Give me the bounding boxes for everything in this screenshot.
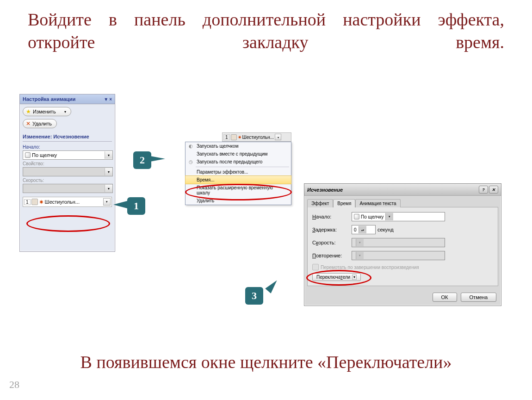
chevron-down-icon[interactable]: ▾ — [103, 198, 111, 206]
menu-item-show-timeline[interactable]: Показать расширенную временную шкалу — [186, 184, 291, 197]
repeat-combo: ▾ — [352, 251, 445, 260]
delete-button[interactable]: ✕Удалить — [23, 119, 57, 128]
delay-spin[interactable]: 0▴▾ — [352, 225, 376, 234]
pane-titlebar: Настройка анимации ▼ × — [20, 94, 115, 104]
menu-item-timing[interactable]: Время... — [185, 175, 291, 184]
click-icon — [31, 199, 38, 205]
chevron-down-icon[interactable]: ▼ — [104, 97, 108, 102]
instruction-title: Войдите в панель дополнительной настройк… — [28, 8, 504, 54]
delay-unit: секунд — [377, 227, 394, 232]
ok-button[interactable]: ОК — [433, 293, 457, 302]
item-name: Шестиугольн... — [45, 199, 103, 205]
delete-icon: ✕ — [26, 120, 31, 127]
item-number: 1 — [24, 199, 31, 205]
tab-text-animation[interactable]: Анимация текста — [355, 199, 400, 207]
chevron-down-icon: ▾ — [105, 168, 112, 175]
spinner-icon[interactable]: ▴▾ — [359, 226, 366, 233]
context-header-item[interactable]: 1 ✷ Шестиугольн... ▾ — [222, 132, 291, 142]
property-select: ▾ — [23, 167, 113, 176]
start-label: Начало: — [23, 144, 112, 150]
section-header: Изменение: Исчезновение — [23, 134, 112, 140]
page-number: 28 — [9, 379, 19, 391]
triggers-button[interactable]: Переключатели▾ — [312, 273, 361, 281]
timing-dialog: Исчезновение ? ✕ Эффект Время Анимация т… — [304, 183, 501, 306]
chevron-down-icon: ▾ — [356, 239, 364, 246]
menu-item-start-with[interactable]: Запускать вместе с предыдущим — [186, 150, 291, 158]
dialog-titlebar: Исчезновение ? ✕ — [304, 184, 501, 196]
change-button[interactable]: ★Изменить▾ — [23, 107, 71, 116]
click-icon: ◐ — [187, 144, 194, 149]
menu-item-start-onclick[interactable]: ◐Запускать щелчком — [186, 142, 291, 150]
menu-item-start-after[interactable]: ◷Запускать после предыдущего — [186, 158, 291, 166]
chevron-down-icon: ▾ — [105, 151, 112, 159]
tab-time[interactable]: Время — [333, 199, 355, 207]
chevron-down-icon: ▾ — [385, 213, 393, 220]
dialog-title: Исчезновение — [307, 187, 343, 193]
clock-icon: ◷ — [187, 159, 194, 164]
repeat-label: Повторение: — [312, 253, 352, 258]
chevron-down-icon: ▾ — [356, 252, 364, 259]
property-label: Свойство: — [23, 161, 112, 166]
dialog-tabs: Эффект Время Анимация текста — [304, 196, 501, 207]
start-combo[interactable]: По щелчку▾ — [352, 212, 445, 221]
pane-title-text: Настройка анимации — [23, 96, 75, 102]
help-icon[interactable]: ? — [479, 186, 488, 194]
chevron-down-icon: ▾ — [105, 185, 112, 192]
context-area: 1 ✷ Шестиугольн... ▾ ◐Запускать щелчком … — [185, 132, 291, 205]
context-menu: ◐Запускать щелчком Запускать вместе с пр… — [185, 142, 291, 205]
callout-2: 2 — [133, 151, 151, 169]
rewind-checkbox[interactable] — [312, 264, 319, 270]
star-icon: ★ — [26, 108, 31, 115]
cancel-button[interactable]: Отмена — [461, 293, 496, 302]
close-icon[interactable]: × — [109, 97, 112, 102]
menu-item-remove[interactable]: Удалить — [186, 197, 291, 205]
tab-effect[interactable]: Эффект — [307, 199, 333, 207]
rewind-checkbox-row: Перемотать по завершении воспроизведения — [312, 264, 493, 270]
animation-pane: Настройка анимации ▼ × ★Изменить▾ ✕Удали… — [19, 94, 115, 252]
start-select[interactable]: По щелчку▾ — [23, 150, 113, 160]
effect-icon: ✷ — [39, 199, 44, 206]
animation-item[interactable]: 1 ✷ Шестиугольн... ▾ — [23, 197, 112, 207]
expand-icon: ▾ — [352, 275, 357, 280]
callout-1: 1 — [127, 197, 145, 215]
chevron-down-icon: ▾ — [275, 134, 281, 140]
delay-label: Задержка: — [312, 227, 352, 232]
rewind-label: Перемотать по завершении воспроизведения — [321, 265, 419, 270]
menu-item-effect-options[interactable]: Параметры эффектов... — [186, 168, 291, 176]
speed-label: Скорость: — [23, 178, 112, 183]
click-icon — [354, 214, 359, 219]
speed-combo: ▾ — [352, 238, 445, 247]
speed-label: Скорость: — [312, 240, 352, 245]
dialog-body: Начало: По щелчку▾ Задержка: 0▴▾секунд С… — [307, 207, 498, 286]
instruction-bottom: В появившемся окне щелкните «Переключате… — [19, 352, 513, 372]
speed-select: ▾ — [23, 184, 113, 193]
effect-icon: ✷ — [238, 135, 241, 140]
close-icon[interactable]: ✕ — [489, 186, 498, 194]
click-icon — [231, 134, 237, 140]
callout-3: 3 — [245, 287, 263, 305]
menu-separator — [196, 167, 289, 167]
click-icon — [25, 152, 31, 158]
start-label: Начало: — [312, 214, 352, 219]
chevron-down-icon: ▾ — [64, 110, 66, 114]
